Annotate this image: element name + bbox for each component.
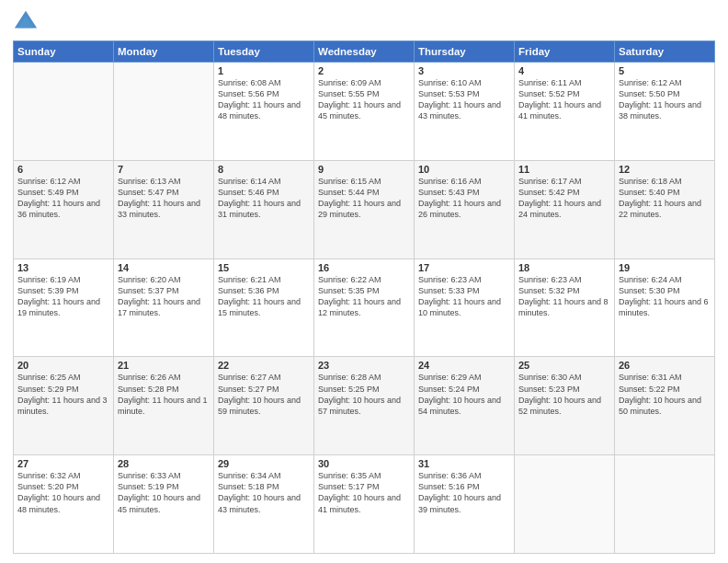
day-info: Sunrise: 6:25 AM Sunset: 5:29 PM Dayligh… [17,372,109,417]
day-number: 30 [318,458,410,469]
day-number: 16 [318,262,410,273]
day-info: Sunrise: 6:31 AM Sunset: 5:22 PM Dayligh… [619,372,711,417]
day-number: 4 [518,65,610,76]
day-info: Sunrise: 6:16 AM Sunset: 5:43 PM Dayligh… [418,176,510,221]
day-number: 27 [17,458,109,469]
day-info: Sunrise: 6:21 AM Sunset: 5:36 PM Dayligh… [218,274,310,319]
day-number: 12 [619,164,711,175]
calendar-cell: 27Sunrise: 6:32 AM Sunset: 5:20 PM Dayli… [14,455,114,554]
day-number: 11 [518,164,610,175]
calendar-cell: 1Sunrise: 6:08 AM Sunset: 5:56 PM Daylig… [214,63,314,161]
calendar-cell: 8Sunrise: 6:14 AM Sunset: 5:46 PM Daylig… [214,160,314,259]
calendar-cell: 10Sunrise: 6:16 AM Sunset: 5:43 PM Dayli… [415,160,515,259]
day-info: Sunrise: 6:29 AM Sunset: 5:24 PM Dayligh… [418,372,510,417]
day-info: Sunrise: 6:12 AM Sunset: 5:49 PM Dayligh… [17,176,109,221]
calendar-cell: 17Sunrise: 6:23 AM Sunset: 5:33 PM Dayli… [415,259,515,357]
day-number: 7 [118,164,210,175]
day-number: 28 [118,458,210,469]
day-number: 24 [418,360,510,371]
calendar-cell: 26Sunrise: 6:31 AM Sunset: 5:22 PM Dayli… [615,357,715,455]
day-info: Sunrise: 6:19 AM Sunset: 5:39 PM Dayligh… [17,274,109,319]
calendar-cell: 21Sunrise: 6:26 AM Sunset: 5:28 PM Dayli… [114,357,214,455]
day-number: 6 [17,164,109,175]
day-info: Sunrise: 6:14 AM Sunset: 5:46 PM Dayligh… [218,176,310,221]
calendar-cell: 6Sunrise: 6:12 AM Sunset: 5:49 PM Daylig… [14,160,114,259]
day-info: Sunrise: 6:08 AM Sunset: 5:56 PM Dayligh… [218,77,310,122]
calendar-cell: 13Sunrise: 6:19 AM Sunset: 5:39 PM Dayli… [14,259,114,357]
day-info: Sunrise: 6:27 AM Sunset: 5:27 PM Dayligh… [218,372,310,417]
calendar-week-row: 6Sunrise: 6:12 AM Sunset: 5:49 PM Daylig… [14,160,715,259]
day-info: Sunrise: 6:24 AM Sunset: 5:30 PM Dayligh… [619,274,711,319]
day-of-week-header: Friday [515,41,615,63]
day-info: Sunrise: 6:09 AM Sunset: 5:55 PM Dayligh… [318,77,410,122]
calendar-cell: 29Sunrise: 6:34 AM Sunset: 5:18 PM Dayli… [214,455,314,554]
day-of-week-header: Tuesday [214,41,314,63]
day-number: 25 [518,360,610,371]
day-info: Sunrise: 6:11 AM Sunset: 5:52 PM Dayligh… [518,77,610,122]
day-number: 13 [17,262,109,273]
day-info: Sunrise: 6:13 AM Sunset: 5:47 PM Dayligh… [118,176,210,221]
calendar-cell: 22Sunrise: 6:27 AM Sunset: 5:27 PM Dayli… [214,357,314,455]
day-of-week-header: Thursday [415,41,515,63]
calendar-cell: 14Sunrise: 6:20 AM Sunset: 5:37 PM Dayli… [114,259,214,357]
calendar-cell: 16Sunrise: 6:22 AM Sunset: 5:35 PM Dayli… [314,259,415,357]
day-of-week-header: Sunday [14,41,114,63]
calendar-cell: 24Sunrise: 6:29 AM Sunset: 5:24 PM Dayli… [415,357,515,455]
day-info: Sunrise: 6:12 AM Sunset: 5:50 PM Dayligh… [619,77,711,122]
calendar-cell: 11Sunrise: 6:17 AM Sunset: 5:42 PM Dayli… [515,160,615,259]
calendar-header-row: SundayMondayTuesdayWednesdayThursdayFrid… [14,41,715,63]
calendar-cell [615,455,715,554]
day-number: 29 [218,458,310,469]
calendar-week-row: 20Sunrise: 6:25 AM Sunset: 5:29 PM Dayli… [14,357,715,455]
day-info: Sunrise: 6:18 AM Sunset: 5:40 PM Dayligh… [619,176,711,221]
day-number: 31 [418,458,510,469]
day-number: 18 [518,262,610,273]
logo [13,9,42,35]
calendar-week-row: 27Sunrise: 6:32 AM Sunset: 5:20 PM Dayli… [14,455,715,554]
day-info: Sunrise: 6:26 AM Sunset: 5:28 PM Dayligh… [118,372,210,417]
logo-icon [13,9,39,35]
day-info: Sunrise: 6:34 AM Sunset: 5:18 PM Dayligh… [218,470,310,515]
page: SundayMondayTuesdayWednesdayThursdayFrid… [0,0,728,563]
calendar-cell: 18Sunrise: 6:23 AM Sunset: 5:32 PM Dayli… [515,259,615,357]
day-info: Sunrise: 6:23 AM Sunset: 5:32 PM Dayligh… [518,274,610,319]
calendar-cell: 15Sunrise: 6:21 AM Sunset: 5:36 PM Dayli… [214,259,314,357]
day-info: Sunrise: 6:15 AM Sunset: 5:44 PM Dayligh… [318,176,410,221]
day-of-week-header: Saturday [615,41,715,63]
calendar-cell: 20Sunrise: 6:25 AM Sunset: 5:29 PM Dayli… [14,357,114,455]
day-number: 9 [318,164,410,175]
day-number: 19 [619,262,711,273]
calendar-cell [515,455,615,554]
calendar-cell: 2Sunrise: 6:09 AM Sunset: 5:55 PM Daylig… [314,63,415,161]
day-number: 22 [218,360,310,371]
calendar-cell: 19Sunrise: 6:24 AM Sunset: 5:30 PM Dayli… [615,259,715,357]
day-number: 26 [619,360,711,371]
calendar-week-row: 1Sunrise: 6:08 AM Sunset: 5:56 PM Daylig… [14,63,715,161]
day-number: 23 [318,360,410,371]
day-number: 10 [418,164,510,175]
calendar-cell: 23Sunrise: 6:28 AM Sunset: 5:25 PM Dayli… [314,357,415,455]
day-number: 17 [418,262,510,273]
header [13,9,715,35]
day-of-week-header: Monday [114,41,214,63]
calendar-cell: 31Sunrise: 6:36 AM Sunset: 5:16 PM Dayli… [415,455,515,554]
calendar-cell: 25Sunrise: 6:30 AM Sunset: 5:23 PM Dayli… [515,357,615,455]
day-info: Sunrise: 6:28 AM Sunset: 5:25 PM Dayligh… [318,372,410,417]
calendar-cell [114,63,214,161]
day-number: 3 [418,65,510,76]
day-number: 5 [619,65,711,76]
day-info: Sunrise: 6:20 AM Sunset: 5:37 PM Dayligh… [118,274,210,319]
day-info: Sunrise: 6:32 AM Sunset: 5:20 PM Dayligh… [17,470,109,515]
calendar-cell: 30Sunrise: 6:35 AM Sunset: 5:17 PM Dayli… [314,455,415,554]
day-info: Sunrise: 6:22 AM Sunset: 5:35 PM Dayligh… [318,274,410,319]
day-number: 20 [17,360,109,371]
calendar-cell: 9Sunrise: 6:15 AM Sunset: 5:44 PM Daylig… [314,160,415,259]
calendar-week-row: 13Sunrise: 6:19 AM Sunset: 5:39 PM Dayli… [14,259,715,357]
calendar-cell: 12Sunrise: 6:18 AM Sunset: 5:40 PM Dayli… [615,160,715,259]
day-info: Sunrise: 6:23 AM Sunset: 5:33 PM Dayligh… [418,274,510,319]
day-info: Sunrise: 6:10 AM Sunset: 5:53 PM Dayligh… [418,77,510,122]
calendar-cell: 4Sunrise: 6:11 AM Sunset: 5:52 PM Daylig… [515,63,615,161]
day-info: Sunrise: 6:17 AM Sunset: 5:42 PM Dayligh… [518,176,610,221]
day-number: 8 [218,164,310,175]
day-info: Sunrise: 6:35 AM Sunset: 5:17 PM Dayligh… [318,470,410,515]
